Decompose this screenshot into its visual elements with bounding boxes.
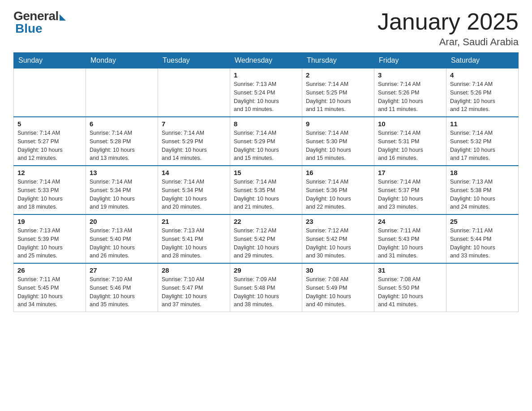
calendar-cell: 19Sunrise: 7:13 AM Sunset: 5:39 PM Dayli… bbox=[14, 214, 86, 263]
calendar-week-row-5: 26Sunrise: 7:11 AM Sunset: 5:45 PM Dayli… bbox=[14, 263, 519, 312]
day-info: Sunrise: 7:10 AM Sunset: 5:46 PM Dayligh… bbox=[90, 275, 154, 309]
calendar-cell: 7Sunrise: 7:14 AM Sunset: 5:29 PM Daylig… bbox=[158, 117, 230, 166]
calendar-cell: 23Sunrise: 7:12 AM Sunset: 5:42 PM Dayli… bbox=[302, 214, 374, 263]
subtitle: Arar, Saudi Arabia bbox=[378, 36, 519, 48]
calendar-cell: 24Sunrise: 7:11 AM Sunset: 5:43 PM Dayli… bbox=[374, 214, 446, 263]
day-info: Sunrise: 7:09 AM Sunset: 5:48 PM Dayligh… bbox=[234, 275, 298, 309]
day-info: Sunrise: 7:14 AM Sunset: 5:25 PM Dayligh… bbox=[306, 80, 370, 114]
calendar-table: SundayMondayTuesdayWednesdayThursdayFrid… bbox=[13, 52, 519, 312]
day-number: 2 bbox=[306, 71, 370, 79]
calendar-cell: 6Sunrise: 7:14 AM Sunset: 5:28 PM Daylig… bbox=[86, 117, 158, 166]
calendar-cell: 16Sunrise: 7:14 AM Sunset: 5:36 PM Dayli… bbox=[302, 166, 374, 214]
calendar-cell: 20Sunrise: 7:13 AM Sunset: 5:40 PM Dayli… bbox=[86, 214, 158, 263]
calendar-cell: 18Sunrise: 7:13 AM Sunset: 5:38 PM Dayli… bbox=[446, 166, 519, 214]
calendar-cell: 1Sunrise: 7:13 AM Sunset: 5:24 PM Daylig… bbox=[230, 68, 302, 117]
day-number: 27 bbox=[90, 266, 154, 274]
calendar-week-row-4: 19Sunrise: 7:13 AM Sunset: 5:39 PM Dayli… bbox=[14, 214, 519, 263]
day-number: 18 bbox=[450, 169, 515, 176]
day-number: 10 bbox=[378, 120, 442, 128]
day-number: 16 bbox=[306, 169, 370, 176]
day-number: 11 bbox=[450, 120, 515, 128]
day-number: 4 bbox=[450, 71, 515, 79]
day-number: 15 bbox=[234, 169, 298, 176]
day-number: 17 bbox=[378, 169, 442, 176]
main-title: January 2025 bbox=[378, 9, 519, 34]
calendar-cell: 28Sunrise: 7:10 AM Sunset: 5:47 PM Dayli… bbox=[158, 263, 230, 312]
day-number: 7 bbox=[162, 120, 226, 128]
day-number: 31 bbox=[378, 266, 442, 274]
calendar-header-row: SundayMondayTuesdayWednesdayThursdayFrid… bbox=[14, 53, 519, 68]
day-info: Sunrise: 7:14 AM Sunset: 5:28 PM Dayligh… bbox=[90, 129, 154, 163]
calendar-cell: 25Sunrise: 7:11 AM Sunset: 5:44 PM Dayli… bbox=[446, 214, 519, 263]
calendar-header-wednesday: Wednesday bbox=[230, 53, 302, 68]
calendar-cell: 10Sunrise: 7:14 AM Sunset: 5:31 PM Dayli… bbox=[374, 117, 446, 166]
logo-arrow-icon bbox=[60, 14, 66, 21]
day-number: 14 bbox=[162, 169, 226, 176]
calendar-cell: 3Sunrise: 7:14 AM Sunset: 5:26 PM Daylig… bbox=[374, 68, 446, 117]
calendar-header-monday: Monday bbox=[86, 53, 158, 68]
day-number: 3 bbox=[378, 71, 442, 79]
logo-blue-text: Blue bbox=[15, 21, 43, 36]
day-info: Sunrise: 7:12 AM Sunset: 5:42 PM Dayligh… bbox=[234, 227, 298, 260]
day-info: Sunrise: 7:12 AM Sunset: 5:42 PM Dayligh… bbox=[306, 227, 370, 260]
day-number: 6 bbox=[90, 120, 154, 128]
day-info: Sunrise: 7:08 AM Sunset: 5:49 PM Dayligh… bbox=[306, 275, 370, 309]
day-number: 1 bbox=[234, 71, 298, 79]
day-info: Sunrise: 7:14 AM Sunset: 5:32 PM Dayligh… bbox=[450, 129, 515, 163]
day-info: Sunrise: 7:13 AM Sunset: 5:41 PM Dayligh… bbox=[162, 227, 226, 260]
calendar-cell: 15Sunrise: 7:14 AM Sunset: 5:35 PM Dayli… bbox=[230, 166, 302, 214]
day-info: Sunrise: 7:14 AM Sunset: 5:26 PM Dayligh… bbox=[450, 80, 515, 114]
day-info: Sunrise: 7:14 AM Sunset: 5:37 PM Dayligh… bbox=[378, 178, 442, 211]
calendar-cell bbox=[158, 68, 230, 117]
day-info: Sunrise: 7:14 AM Sunset: 5:29 PM Dayligh… bbox=[234, 129, 298, 163]
calendar-header-tuesday: Tuesday bbox=[158, 53, 230, 68]
day-info: Sunrise: 7:14 AM Sunset: 5:26 PM Dayligh… bbox=[378, 80, 442, 114]
day-number: 22 bbox=[234, 218, 298, 225]
calendar-cell: 9Sunrise: 7:14 AM Sunset: 5:30 PM Daylig… bbox=[302, 117, 374, 166]
day-number: 8 bbox=[234, 120, 298, 128]
day-info: Sunrise: 7:13 AM Sunset: 5:39 PM Dayligh… bbox=[17, 227, 82, 260]
day-number: 19 bbox=[17, 218, 82, 225]
calendar-cell: 2Sunrise: 7:14 AM Sunset: 5:25 PM Daylig… bbox=[302, 68, 374, 117]
calendar-cell: 14Sunrise: 7:14 AM Sunset: 5:34 PM Dayli… bbox=[158, 166, 230, 214]
calendar-week-row-1: 1Sunrise: 7:13 AM Sunset: 5:24 PM Daylig… bbox=[14, 68, 519, 117]
day-info: Sunrise: 7:14 AM Sunset: 5:36 PM Dayligh… bbox=[306, 178, 370, 211]
day-info: Sunrise: 7:13 AM Sunset: 5:38 PM Dayligh… bbox=[450, 178, 515, 211]
calendar-cell: 13Sunrise: 7:14 AM Sunset: 5:34 PM Dayli… bbox=[86, 166, 158, 214]
logo: General Blue bbox=[13, 9, 66, 36]
calendar-cell: 31Sunrise: 7:08 AM Sunset: 5:50 PM Dayli… bbox=[374, 263, 446, 312]
day-number: 24 bbox=[378, 218, 442, 225]
calendar-header-saturday: Saturday bbox=[446, 53, 519, 68]
calendar-cell bbox=[14, 68, 86, 117]
day-info: Sunrise: 7:13 AM Sunset: 5:40 PM Dayligh… bbox=[90, 227, 154, 260]
day-info: Sunrise: 7:14 AM Sunset: 5:31 PM Dayligh… bbox=[378, 129, 442, 163]
calendar-header-sunday: Sunday bbox=[14, 53, 86, 68]
day-info: Sunrise: 7:08 AM Sunset: 5:50 PM Dayligh… bbox=[378, 275, 442, 309]
day-number: 20 bbox=[90, 218, 154, 225]
calendar-cell: 11Sunrise: 7:14 AM Sunset: 5:32 PM Dayli… bbox=[446, 117, 519, 166]
day-info: Sunrise: 7:11 AM Sunset: 5:44 PM Dayligh… bbox=[450, 227, 515, 260]
calendar-cell: 27Sunrise: 7:10 AM Sunset: 5:46 PM Dayli… bbox=[86, 263, 158, 312]
calendar-cell: 29Sunrise: 7:09 AM Sunset: 5:48 PM Dayli… bbox=[230, 263, 302, 312]
day-number: 12 bbox=[17, 169, 82, 176]
day-info: Sunrise: 7:13 AM Sunset: 5:24 PM Dayligh… bbox=[234, 80, 298, 114]
day-info: Sunrise: 7:14 AM Sunset: 5:34 PM Dayligh… bbox=[162, 178, 226, 211]
page-header: General Blue January 2025 Arar, Saudi Ar… bbox=[13, 9, 519, 48]
day-info: Sunrise: 7:14 AM Sunset: 5:35 PM Dayligh… bbox=[234, 178, 298, 211]
day-info: Sunrise: 7:11 AM Sunset: 5:43 PM Dayligh… bbox=[378, 227, 442, 260]
day-number: 30 bbox=[306, 266, 370, 274]
calendar-cell: 17Sunrise: 7:14 AM Sunset: 5:37 PM Dayli… bbox=[374, 166, 446, 214]
calendar-header-thursday: Thursday bbox=[302, 53, 374, 68]
day-number: 13 bbox=[90, 169, 154, 176]
day-number: 5 bbox=[17, 120, 82, 128]
day-info: Sunrise: 7:11 AM Sunset: 5:45 PM Dayligh… bbox=[17, 275, 82, 309]
calendar-cell: 26Sunrise: 7:11 AM Sunset: 5:45 PM Dayli… bbox=[14, 263, 86, 312]
day-number: 26 bbox=[17, 266, 82, 274]
calendar-cell bbox=[86, 68, 158, 117]
day-number: 29 bbox=[234, 266, 298, 274]
calendar-cell bbox=[446, 263, 519, 312]
day-info: Sunrise: 7:14 AM Sunset: 5:27 PM Dayligh… bbox=[17, 129, 82, 163]
day-number: 25 bbox=[450, 218, 515, 225]
calendar-cell: 12Sunrise: 7:14 AM Sunset: 5:33 PM Dayli… bbox=[14, 166, 86, 214]
day-number: 21 bbox=[162, 218, 226, 225]
